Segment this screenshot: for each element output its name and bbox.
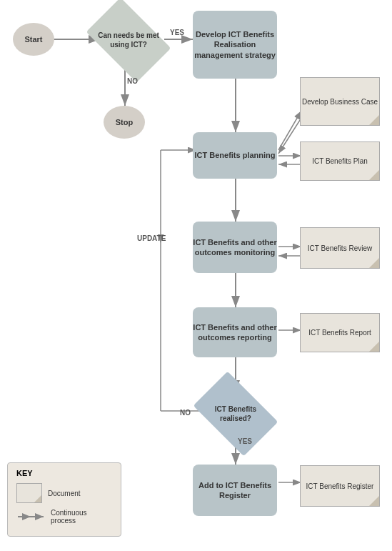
- doc-benefits-review: ICT Benefits Review: [300, 227, 380, 269]
- svg-line-9: [278, 118, 301, 154]
- ict-reporting-box: ICT Benefits and other outcomes reportin…: [193, 307, 277, 357]
- update-label: UPDATE: [137, 234, 166, 242]
- start-node: Start: [13, 23, 54, 56]
- yes-label-1: YES: [170, 29, 184, 36]
- ict-planning-box: ICT Benefits planning: [193, 132, 277, 179]
- decision-ict-node: Can needs be met using ICT?: [93, 16, 164, 64]
- key-box: KEY Document: [7, 462, 121, 537]
- decision-realised-node: ICT Benefits realised?: [200, 389, 271, 438]
- key-title: KEY: [16, 469, 112, 477]
- stop-node: Stop: [104, 106, 145, 139]
- no-label-1: NO: [127, 77, 138, 85]
- ict-monitoring-box: ICT Benefits and other outcomes monitori…: [193, 222, 277, 273]
- develop-ict-box: Develop ICT Benefits Realisation managem…: [193, 11, 277, 79]
- svg-line-8: [278, 111, 301, 150]
- add-register-box: Add to ICT Benefits Register: [193, 465, 277, 516]
- flowchart-diagram: Start Can needs be met using ICT? Stop Y…: [0, 0, 392, 551]
- key-doc-icon: [16, 483, 42, 503]
- key-item-continuous: Continuous process: [16, 509, 112, 525]
- doc-business-case: Develop Business Case: [300, 77, 380, 126]
- doc-benefits-plan: ICT Benefits Plan: [300, 142, 380, 181]
- yes-label-2: YES: [238, 437, 252, 445]
- doc-benefits-register: ICT Benefits Register: [300, 465, 380, 507]
- doc-benefits-report: ICT Benefits Report: [300, 313, 380, 352]
- no-label-2: NO: [180, 409, 191, 417]
- key-item-document: Document: [16, 483, 112, 503]
- key-arrow-icon: [16, 512, 45, 522]
